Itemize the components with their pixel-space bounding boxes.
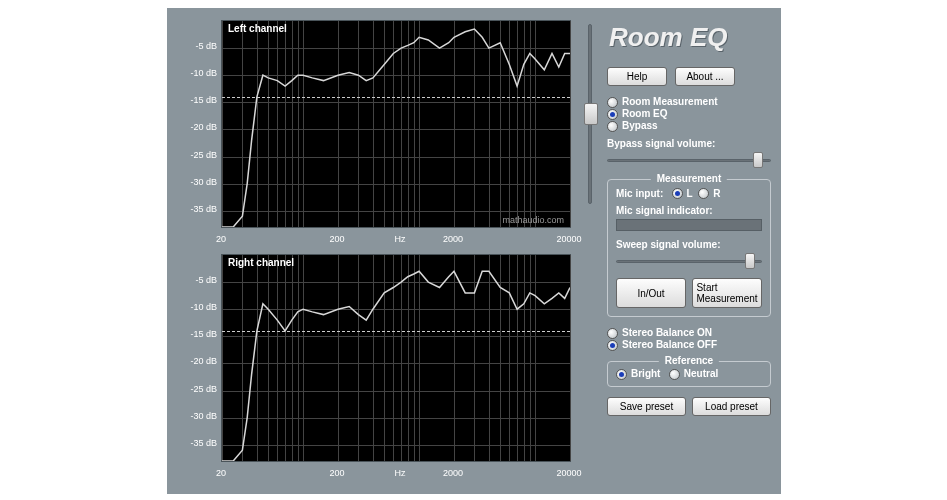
group-label: Measurement — [651, 173, 727, 184]
y-tick-label: -5 dB — [177, 275, 217, 285]
y-tick-label: -10 dB — [177, 68, 217, 78]
sweep-volume-label: Sweep signal volume: — [616, 239, 762, 250]
y-tick-label: -15 dB — [177, 329, 217, 339]
in-out-button[interactable]: In/Out — [616, 278, 686, 308]
response-curve — [222, 21, 570, 227]
reference-bright[interactable]: Bright — [616, 368, 660, 379]
response-curve — [222, 255, 570, 461]
x-tick-label: 20000 — [556, 234, 581, 244]
chart-body: Left channelmathaudio.com — [221, 20, 571, 228]
stereo-balance-off[interactable]: Stereo Balance OFF — [607, 339, 771, 351]
sweep-volume-slider[interactable] — [616, 254, 762, 270]
bypass-volume-slider[interactable] — [607, 153, 771, 169]
stereo-label: Stereo Balance OFF — [622, 339, 717, 350]
x-axis-unit: Hz — [395, 234, 406, 244]
x-tick-label: 200 — [329, 234, 344, 244]
y-tick-label: -30 dB — [177, 411, 217, 421]
load-preset-button[interactable]: Load preset — [692, 397, 771, 416]
start-measurement-button[interactable]: Start Measurement — [692, 278, 762, 308]
group-label: Reference — [659, 355, 719, 366]
y-tick-label: -10 dB — [177, 302, 217, 312]
charts-column: Left channelmathaudio.com -5 dB-10 dB-15… — [167, 8, 577, 494]
mode-label: Bypass — [622, 120, 658, 131]
mode-label: Room Measurement — [622, 96, 718, 107]
chart-title: Right channel — [228, 257, 294, 268]
y-tick-label: -15 dB — [177, 95, 217, 105]
slider-thumb[interactable] — [753, 152, 763, 168]
mic-signal-indicator — [616, 219, 762, 231]
goal-slider-column — [577, 8, 603, 494]
y-tick-label: -5 dB — [177, 41, 217, 51]
save-preset-button[interactable]: Save preset — [607, 397, 686, 416]
chart-body: Right channel — [221, 254, 571, 462]
goal-level-slider[interactable] — [588, 24, 592, 204]
reference-neutral[interactable]: Neutral — [669, 368, 718, 379]
x-tick-label: 20 — [216, 468, 226, 478]
mode-bypass[interactable]: Bypass — [607, 120, 771, 132]
mode-room-eq[interactable]: Room EQ — [607, 108, 771, 120]
app-window: Left channelmathaudio.com -5 dB-10 dB-15… — [167, 8, 781, 494]
x-axis-unit: Hz — [395, 468, 406, 478]
about-button[interactable]: About ... — [675, 67, 735, 86]
stereo-balance-on[interactable]: Stereo Balance ON — [607, 327, 771, 339]
y-tick-label: -20 dB — [177, 122, 217, 132]
x-tick-label: 2000 — [443, 234, 463, 244]
mic-input-r[interactable]: R — [698, 188, 720, 199]
y-tick-label: -20 dB — [177, 356, 217, 366]
x-tick-label: 200 — [329, 468, 344, 478]
x-tick-label: 2000 — [443, 468, 463, 478]
mic-input-label: Mic input: — [616, 188, 663, 199]
right-channel-chart: Right channel -5 dB-10 dB-15 dB-20 dB-25… — [177, 250, 575, 478]
y-tick-label: -30 dB — [177, 177, 217, 187]
app-title: Room EQ — [609, 22, 771, 53]
left-channel-chart: Left channelmathaudio.com -5 dB-10 dB-15… — [177, 16, 575, 244]
mode-room-measurement[interactable]: Room Measurement — [607, 96, 771, 108]
y-tick-label: -35 dB — [177, 438, 217, 448]
y-tick-label: -25 dB — [177, 150, 217, 160]
control-panel: Room EQ Help About ... Room Measurement … — [603, 8, 781, 494]
x-tick-label: 20 — [216, 234, 226, 244]
y-tick-label: -35 dB — [177, 204, 217, 214]
watermark: mathaudio.com — [502, 215, 564, 225]
x-tick-label: 20000 — [556, 468, 581, 478]
mic-input-l[interactable]: L — [672, 188, 693, 199]
mic-indicator-label: Mic signal indicator: — [616, 205, 762, 216]
reference-group: Reference Bright Neutral — [607, 361, 771, 387]
mode-label: Room EQ — [622, 108, 668, 119]
measurement-group: Measurement Mic input: L R Mic signal in… — [607, 179, 771, 318]
slider-thumb[interactable] — [745, 253, 755, 269]
bypass-volume-label: Bypass signal volume: — [607, 138, 771, 149]
help-button[interactable]: Help — [607, 67, 667, 86]
chart-title: Left channel — [228, 23, 287, 34]
y-tick-label: -25 dB — [177, 384, 217, 394]
slider-thumb[interactable] — [584, 103, 598, 125]
stereo-label: Stereo Balance ON — [622, 327, 712, 338]
